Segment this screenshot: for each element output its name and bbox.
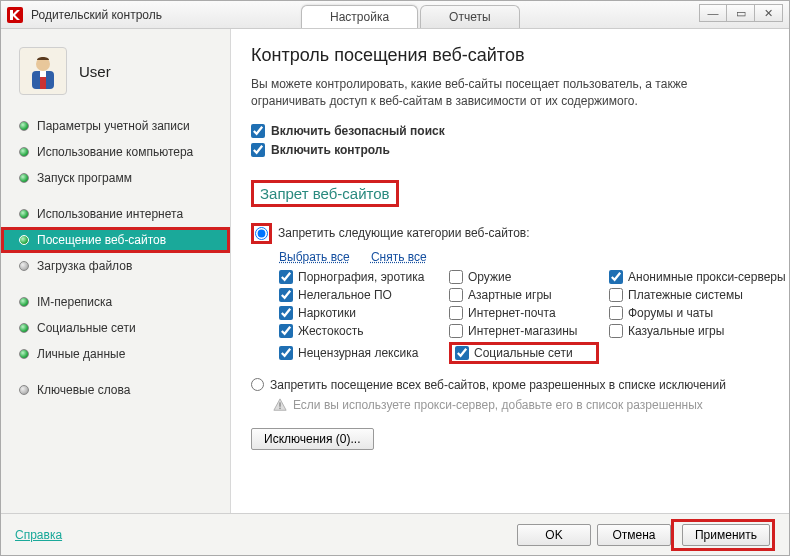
block-all-label: Запретить посещение всех веб-сайтов, кро…: [270, 378, 726, 392]
safe-search-label: Включить безопасный поиск: [271, 124, 445, 138]
category-payments-checkbox[interactable]: [609, 288, 623, 302]
category-weapons-checkbox[interactable]: [449, 270, 463, 284]
minimize-button[interactable]: —: [699, 4, 727, 22]
content: Контроль посещения веб-сайтов Вы можете …: [231, 29, 789, 513]
select-all-link[interactable]: Выбрать все: [279, 250, 350, 264]
sidebar-item-account[interactable]: Параметры учетной записи: [1, 113, 230, 139]
ok-button[interactable]: OK: [517, 524, 591, 546]
sidebar-item-social[interactable]: Социальные сети: [1, 315, 230, 341]
sidebar-item-label: Использование компьютера: [37, 145, 193, 159]
block-all-radio-row: Запретить посещение всех веб-сайтов, кро…: [251, 378, 769, 392]
close-button[interactable]: ✕: [755, 4, 783, 22]
category-label: Жестокость: [298, 324, 363, 338]
category-label: Интернет-почта: [468, 306, 556, 320]
enable-control-checkbox[interactable]: [251, 143, 265, 157]
category-violence-checkbox[interactable]: [279, 324, 293, 338]
sidebar-item-label: Ключевые слова: [37, 383, 130, 397]
avatar: [19, 47, 67, 95]
sidebar-item-internet-usage[interactable]: Использование интернета: [1, 201, 230, 227]
category-label: Анонимные прокси-серверы: [628, 270, 786, 284]
category-social: Социальные сети: [449, 342, 599, 364]
safe-search-checkbox[interactable]: [251, 124, 265, 138]
status-dot-icon: [19, 121, 29, 131]
status-dot-icon: [19, 147, 29, 157]
warning-icon: [273, 398, 287, 412]
category-label: Наркотики: [298, 306, 356, 320]
category-weapons: Оружие: [449, 270, 599, 284]
section-block-websites-title: Запрет веб-сайтов: [251, 180, 399, 207]
category-porn-checkbox[interactable]: [279, 270, 293, 284]
page-description: Вы можете контролировать, какие веб-сайт…: [251, 76, 761, 110]
page-title: Контроль посещения веб-сайтов: [251, 45, 769, 66]
category-label: Платежные системы: [628, 288, 743, 302]
maximize-button[interactable]: ▭: [727, 4, 755, 22]
tab-settings[interactable]: Настройка: [301, 5, 418, 28]
enable-control-label: Включить контроль: [271, 143, 390, 157]
app-icon: [7, 7, 23, 23]
category-illegal-soft-checkbox[interactable]: [279, 288, 293, 302]
sidebar-item-label: Социальные сети: [37, 321, 136, 335]
sidebar-item-label: Посещение веб-сайтов: [37, 233, 166, 247]
category-violence: Жестокость: [279, 324, 439, 338]
status-dot-icon: [19, 261, 29, 271]
category-webmail-checkbox[interactable]: [449, 306, 463, 320]
enable-control-row: Включить контроль: [251, 143, 769, 157]
footer: Справка OK Отмена Применить: [1, 513, 789, 555]
proxy-note-text: Если вы используете прокси-сервер, добав…: [293, 398, 703, 412]
sidebar-item-label: Параметры учетной записи: [37, 119, 190, 133]
category-porn: Порнография, эротика: [279, 270, 439, 284]
category-shops: Интернет-магазины: [449, 324, 599, 338]
sidebar-item-label: Загрузка файлов: [37, 259, 132, 273]
deselect-all-link[interactable]: Снять все: [371, 250, 427, 264]
category-payments: Платежные системы: [609, 288, 789, 302]
category-label: Нецензурная лексика: [298, 346, 418, 360]
help-link[interactable]: Справка: [15, 528, 62, 542]
sidebar-item-downloads[interactable]: Загрузка файлов: [1, 253, 230, 279]
tab-reports[interactable]: Отчеты: [420, 5, 519, 28]
apply-button[interactable]: Применить: [682, 524, 770, 546]
category-label: Азартные игры: [468, 288, 552, 302]
titlebar: Родительский контроль Настройка Отчеты —…: [1, 1, 789, 29]
category-label: Порнография, эротика: [298, 270, 424, 284]
sidebar-item-label: Запуск программ: [37, 171, 132, 185]
category-anon-proxy-checkbox[interactable]: [609, 270, 623, 284]
sidebar-item-computer-usage[interactable]: Использование компьютера: [1, 139, 230, 165]
sidebar-item-web-browsing[interactable]: Посещение веб-сайтов: [1, 227, 230, 253]
category-drugs: Наркотики: [279, 306, 439, 320]
category-gambling-checkbox[interactable]: [449, 288, 463, 302]
category-gambling: Азартные игры: [449, 288, 599, 302]
status-dot-icon: [19, 209, 29, 219]
block-all-radio[interactable]: [251, 378, 264, 391]
sidebar-item-personal-data[interactable]: Личные данные: [1, 341, 230, 367]
exclusions-button[interactable]: Исключения (0)...: [251, 428, 374, 450]
cancel-button[interactable]: Отмена: [597, 524, 671, 546]
category-shops-checkbox[interactable]: [449, 324, 463, 338]
category-casual-checkbox[interactable]: [609, 324, 623, 338]
status-dot-icon: [19, 297, 29, 307]
category-webmail: Интернет-почта: [449, 306, 599, 320]
sidebar-item-label: Использование интернета: [37, 207, 183, 221]
proxy-note: Если вы используете прокси-сервер, добав…: [273, 398, 769, 412]
tabs: Настройка Отчеты: [301, 5, 520, 28]
sidebar-item-im[interactable]: IM-переписка: [1, 289, 230, 315]
sidebar-item-app-launch[interactable]: Запуск программ: [1, 165, 230, 191]
body: User Параметры учетной записи Использова…: [1, 29, 789, 513]
category-drugs-checkbox[interactable]: [279, 306, 293, 320]
sidebar-item-keywords[interactable]: Ключевые слова: [1, 377, 230, 403]
status-dot-icon: [19, 323, 29, 333]
block-categories-label: Запретить следующие категории веб-сайтов…: [278, 226, 530, 240]
category-social-checkbox[interactable]: [455, 346, 469, 360]
user-block: User: [1, 41, 230, 111]
window-title: Родительский контроль: [27, 8, 162, 22]
window: Родительский контроль Настройка Отчеты —…: [0, 0, 790, 556]
status-dot-icon: [19, 235, 29, 245]
category-casual: Казуальные игры: [609, 324, 789, 338]
block-categories-radio[interactable]: [255, 227, 268, 240]
status-dot-icon: [19, 173, 29, 183]
sidebar-item-label: Личные данные: [37, 347, 125, 361]
status-dot-icon: [19, 349, 29, 359]
status-dot-icon: [19, 385, 29, 395]
sidebar-item-label: IM-переписка: [37, 295, 112, 309]
category-profanity-checkbox[interactable]: [279, 346, 293, 360]
category-forums-checkbox[interactable]: [609, 306, 623, 320]
